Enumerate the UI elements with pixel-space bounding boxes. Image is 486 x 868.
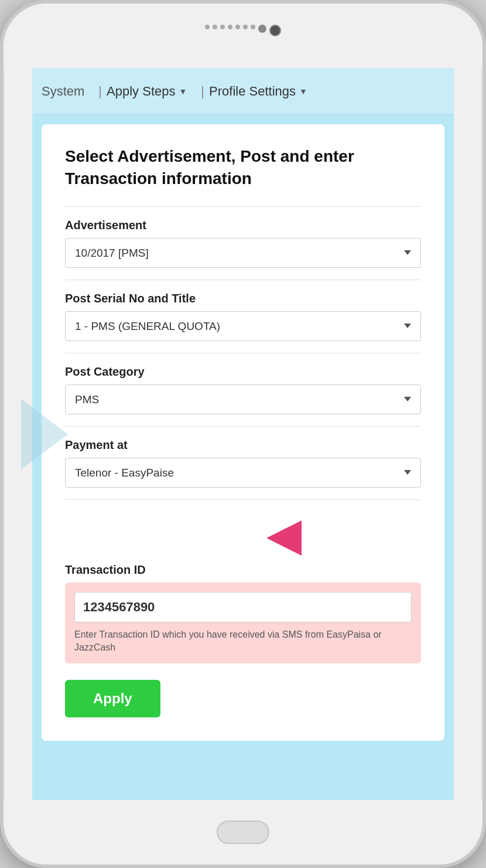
divider-1	[65, 206, 421, 207]
nav-apply-steps-label: Apply Steps	[107, 84, 175, 99]
divider-5	[65, 499, 421, 500]
post-category-group: Post Category PMS CSS NTS	[65, 365, 421, 414]
payment-at-group: Payment at Telenor - EasyPaise Jazz Cash…	[65, 438, 421, 488]
nav-divider-1: |	[98, 84, 102, 99]
dot1	[205, 25, 210, 29]
transaction-hint: Enter Transaction ID which you have rece…	[74, 628, 412, 655]
dot5	[235, 25, 240, 29]
svg-marker-0	[266, 520, 302, 556]
nav-apply-steps[interactable]: Apply Steps ▼	[107, 84, 187, 99]
nav-system-label: System	[42, 84, 84, 99]
home-button[interactable]	[217, 821, 269, 844]
post-serial-label: Post Serial No and Title	[65, 292, 421, 305]
dot7	[251, 25, 255, 29]
profile-settings-chevron-icon: ▼	[299, 87, 307, 96]
post-serial-select[interactable]: 1 - PMS (GENERAL QUOTA) 2 - PMS (MINORIT…	[65, 311, 421, 341]
apply-steps-chevron-icon: ▼	[179, 87, 187, 96]
transaction-highlight-box: Enter Transaction ID which you have rece…	[65, 583, 421, 664]
camera-dot	[269, 25, 281, 36]
form-title: Select Advertisement, Post and enter Tra…	[65, 145, 421, 190]
dot4	[228, 25, 232, 29]
phone-top-bar	[4, 4, 482, 68]
sensor-dot	[258, 25, 266, 33]
divider-4	[65, 426, 421, 427]
apply-button[interactable]: Apply	[65, 680, 160, 717]
transaction-id-label: Transaction ID	[65, 563, 421, 577]
phone-screen: System | Apply Steps ▼ | Profile Setting…	[32, 68, 454, 800]
nav-divider-2: |	[201, 84, 204, 99]
nav-profile-settings-label: Profile Settings	[209, 84, 296, 99]
phone-frame: System | Apply Steps ▼ | Profile Setting…	[0, 0, 486, 868]
dot6	[243, 25, 248, 29]
payment-at-select[interactable]: Telenor - EasyPaise Jazz Cash HBL	[65, 458, 421, 488]
advertisement-label: Advertisement	[65, 219, 421, 232]
nav-bg-shape	[32, 399, 68, 469]
divider-3	[65, 353, 421, 353]
speaker-dots	[205, 25, 281, 36]
nav-bar: System | Apply Steps ▼ | Profile Setting…	[32, 68, 454, 115]
post-category-select[interactable]: PMS CSS NTS	[65, 384, 421, 414]
advertisement-select[interactable]: 10/2017 [PMS] 11/2017 [PMS] 12/2017 [PMS…	[65, 238, 421, 268]
phone-bottom-bar	[4, 800, 482, 864]
dot2	[213, 25, 217, 29]
content-area: Select Advertisement, Post and enter Tra…	[32, 115, 454, 800]
transaction-id-section: Transaction ID Enter Transaction ID whic…	[65, 563, 421, 664]
form-card: Select Advertisement, Post and enter Tra…	[42, 124, 444, 741]
pink-arrow-icon	[255, 518, 302, 559]
divider-2	[65, 280, 421, 280]
post-category-label: Post Category	[65, 365, 421, 379]
advertisement-group: Advertisement 10/2017 [PMS] 11/2017 [PMS…	[65, 219, 421, 268]
dot3	[220, 25, 225, 29]
nav-profile-settings[interactable]: Profile Settings ▼	[209, 84, 307, 99]
transaction-id-input[interactable]	[74, 592, 412, 622]
payment-at-label: Payment at	[65, 438, 421, 452]
post-serial-group: Post Serial No and Title 1 - PMS (GENERA…	[65, 292, 421, 341]
